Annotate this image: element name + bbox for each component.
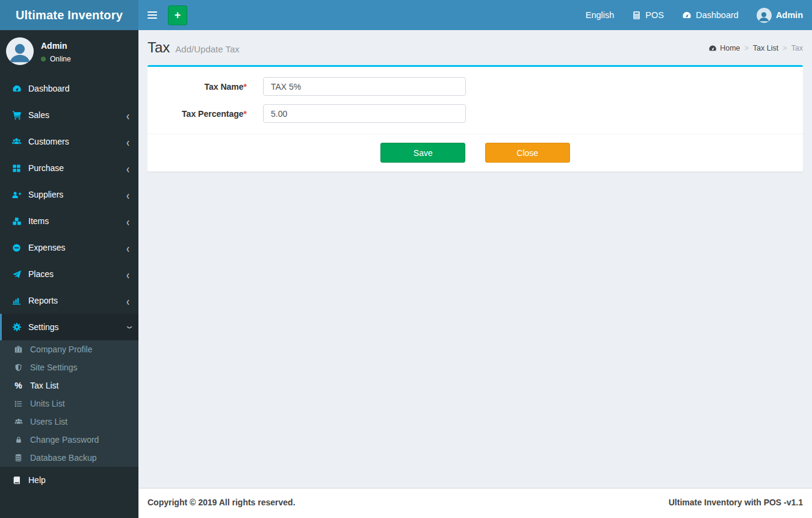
submenu-item-site-settings[interactable]: Site Settings [0,358,138,376]
chevron-left-icon: ‹ [126,109,129,122]
tax-name-label: Tax Name* [157,82,247,92]
breadcrumb-separator: > [783,44,787,52]
calculator-icon [632,11,641,20]
required-asterisk: * [244,82,247,92]
submenu-item-label: Change Password [30,435,99,445]
save-button[interactable]: Save [380,143,465,163]
tax-form-panel: Tax Name* Tax Percentage* Save Close [147,65,803,172]
sidebar-item-expenses[interactable]: Expenses ‹ [0,234,138,261]
chevron-left-icon: ‹ [126,136,129,148]
sidebar-item-label: Help [28,475,46,485]
tax-name-input[interactable] [263,77,466,96]
sidebar-item-label: Settings [28,322,59,332]
nav-item-user[interactable]: Admin [748,0,812,30]
sidebar-item-label: Places [28,269,54,279]
cubes-icon [11,217,22,226]
submenu-item-units-list[interactable]: Units List [0,395,138,413]
sidebar-item-label: Sales [28,110,49,120]
close-button[interactable]: Close [485,143,570,163]
grid-icon [11,164,22,173]
breadcrumb-current: Tax [792,44,803,52]
nav-item-pos[interactable]: POS [623,0,673,30]
submenu-item-change-password[interactable]: Change Password [0,431,138,449]
tax-percentage-label: Tax Percentage* [157,109,247,119]
sidebar-item-dashboard[interactable]: Dashboard [0,75,138,102]
user-avatar-icon [757,8,772,23]
hamburger-icon [147,11,157,13]
paper-plane-icon [11,270,22,279]
tachometer-icon [708,44,717,52]
briefcase-icon [13,345,23,354]
submenu-item-users-list[interactable]: Users List [0,413,138,431]
sidebar-menu: Dashboard Sales ‹ Customers ‹ Purchase ‹ [0,75,138,493]
footer: Copyright © 2019 All rights reserved. Ul… [138,488,812,518]
tax-percentage-input[interactable] [263,104,466,123]
pos-label: POS [645,10,664,20]
sidebar-item-places[interactable]: Places ‹ [0,261,138,287]
chevron-left-icon: ‹ [126,189,129,201]
sidebar-item-sales[interactable]: Sales ‹ [0,102,138,128]
database-icon [13,454,23,462]
version-text: Ultimate Inventory with POS -v1.1 [669,498,803,509]
sidebar-item-label: Reports [28,296,58,305]
content-wrapper: Tax Add/Update Tax Home > Tax List > Tax… [138,0,812,488]
users-icon [11,137,22,146]
breadcrumb-home[interactable]: Home [708,44,740,52]
dashboard-label: Dashboard [696,10,739,20]
book-icon [11,476,22,484]
sidebar-item-purchase[interactable]: Purchase ‹ [0,155,138,181]
sidebar-item-label: Purchase [28,163,64,173]
sidebar-toggle-button[interactable] [138,0,166,30]
user-plus-icon [11,190,22,199]
lock-icon [13,435,23,444]
submenu-item-label: Units List [30,399,65,408]
sidebar-item-help[interactable]: Help [0,467,138,493]
submenu-item-company-profile[interactable]: Company Profile [0,340,138,358]
quick-add-button[interactable]: + [168,5,187,25]
sidebar-item-label: Items [28,216,49,226]
shield-icon [13,363,23,372]
sidebar-item-settings[interactable]: Settings ‹ [0,314,138,340]
app-logo[interactable]: Ultimate Inventory [0,0,138,30]
page-title: Tax [147,39,170,56]
submenu-item-tax-list[interactable]: % Tax List [0,376,138,395]
user-name-label: Admin [776,10,803,20]
tachometer-icon [682,10,692,20]
submenu-item-label: Company Profile [30,345,93,354]
minus-circle-icon [11,243,22,252]
nav-item-language[interactable]: English [577,0,624,30]
gears-icon [11,322,22,332]
breadcrumb-separator: > [745,44,749,52]
chevron-left-icon: ‹ [126,215,129,228]
copyright-text: Copyright © 2019 All rights reserved. [147,498,296,509]
chevron-left-icon: ‹ [126,162,129,175]
tachometer-icon [11,84,22,93]
users-icon [13,417,23,426]
list-icon [13,400,23,408]
breadcrumb: Home > Tax List > Tax [708,44,803,52]
form-row-tax-percentage: Tax Percentage* [157,104,794,123]
language-label: English [586,10,615,20]
required-asterisk: * [244,109,247,119]
sidebar-item-reports[interactable]: Reports ‹ [0,287,138,314]
breadcrumb-tax-list[interactable]: Tax List [753,44,778,52]
chevron-left-icon: ‹ [126,295,129,307]
avatar [6,37,34,65]
top-navbar: + English POS Dashboard Adm [138,0,812,30]
chevron-left-icon: ‹ [126,242,129,254]
sidebar-item-suppliers[interactable]: Suppliers ‹ [0,181,138,208]
page-subtitle: Add/Update Tax [175,44,239,54]
settings-submenu: Company Profile Site Settings % Tax List [0,340,138,467]
form-row-tax-name: Tax Name* [157,77,794,96]
percent-icon: % [13,381,23,390]
sidebar-item-customers[interactable]: Customers ‹ [0,128,138,155]
sidebar-item-label: Customers [28,137,69,146]
nav-item-dashboard[interactable]: Dashboard [673,0,748,30]
submenu-item-label: Site Settings [30,363,78,372]
sidebar-item-items[interactable]: Items ‹ [0,208,138,234]
submenu-item-database-backup[interactable]: Database Backup [0,449,138,467]
sidebar-user-panel: Admin Online [0,30,138,72]
content-header: Tax Add/Update Tax Home > Tax List > Tax [138,30,812,65]
bar-chart-icon [11,296,22,305]
sidebar-item-label: Expenses [28,243,65,252]
